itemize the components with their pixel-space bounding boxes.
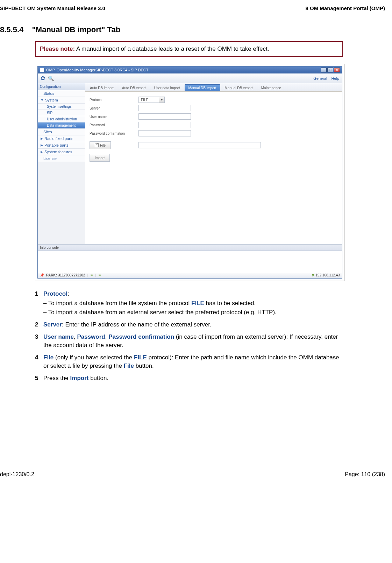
header-right: 8 OM Management Portal (OMP) [305, 5, 385, 11]
toolbar-help-link[interactable]: Help [331, 76, 339, 80]
window-controls: _ □ × [321, 68, 340, 72]
maximize-button[interactable]: □ [327, 68, 333, 72]
search-icon[interactable]: 🔍 [48, 76, 54, 81]
note-box: Please note: A manual import of a databa… [35, 41, 343, 57]
step-number: 5 [35, 374, 43, 383]
file-button[interactable]: File [90, 141, 111, 149]
step-4-end: button. [134, 363, 154, 369]
keyword-file-button: File [124, 363, 134, 369]
step-2: 2 Server: Enter the IP address or the na… [35, 321, 343, 329]
caret-right-icon: ▶ [41, 150, 43, 154]
sidebar-item-system-settings[interactable]: System settings [38, 104, 85, 110]
status-bar: 📌 PARK: 31170307272202 | ✶ | ✶ ⚑ 192.168… [38, 272, 342, 278]
toolbar: ✿ 🔍 General Help [38, 73, 342, 83]
sidebar-item-label: Portable parts [44, 143, 68, 147]
server-input[interactable] [138, 105, 191, 111]
keyword-file: FILE [191, 300, 204, 307]
note-body: A manual import of a database leads to a… [76, 45, 269, 52]
sidebar-item-label: System features [44, 150, 72, 154]
tab-auto-db-import[interactable]: Auto DB import [86, 84, 117, 91]
step-1: 1 Protocol: – To import a database from … [35, 290, 343, 317]
status-park: PARK: 31170307272202 [46, 273, 85, 277]
section-number: 8.5.5.4 [0, 25, 23, 34]
protocol-select[interactable]: FILE ▼ [138, 97, 165, 103]
import-button[interactable]: Import [90, 154, 110, 162]
form-area: Protocol FILE ▼ Server Use [85, 92, 342, 244]
main-panel: Auto DB import Auto DB export User data … [85, 83, 342, 244]
step-1-line-1b: has to be selected. [204, 300, 256, 307]
sidebar-item-system-features[interactable]: ▶ System features [38, 149, 85, 155]
keyword-password-confirmation: Password confirmation [108, 333, 174, 340]
section-title: "Manual DB import" Tab [32, 25, 120, 34]
step-3: 3 User name, Password, Password confirma… [35, 333, 343, 350]
sidebar-item-system[interactable]: ▼ System [38, 97, 85, 104]
page-header: SIP–DECT OM System Manual Release 3.0 8 … [0, 0, 392, 15]
keyword-import: Import [70, 375, 89, 381]
caret-right-icon: ▶ [41, 137, 43, 140]
app-icon [40, 68, 44, 72]
server-label: Server [90, 106, 138, 110]
tab-user-data-import[interactable]: User data import [150, 84, 184, 91]
tab-auto-db-export[interactable]: Auto DB export [118, 84, 150, 91]
step-5: 5 Press the Import button. [35, 374, 343, 383]
caret-down-icon: ▼ [41, 98, 44, 102]
password-confirmation-label: Password confirmation [90, 132, 138, 135]
gear-icon[interactable]: ✿ [41, 75, 45, 82]
network-icon: ⚑ [312, 273, 315, 277]
username-input[interactable] [138, 113, 191, 120]
sidebar-item-license[interactable]: License [38, 155, 85, 162]
password-input[interactable] [138, 122, 191, 128]
tab-manual-db-import[interactable]: Manual DB import [185, 84, 220, 91]
title-main: OpenMobility ManagerSIP-DECT 3.0RC4 - SI… [57, 68, 148, 72]
status-ip: 192.168.112.43 [315, 273, 340, 277]
step-4: 4 File (only if you have selected the FI… [35, 353, 343, 371]
caret-right-icon: ▶ [41, 143, 43, 147]
sidebar-item-status[interactable]: Status [38, 90, 85, 97]
sidebar-item-sip[interactable]: SIP [38, 110, 85, 116]
username-label: User name [90, 115, 138, 119]
chevron-down-icon[interactable]: ▼ [159, 97, 164, 103]
pin-icon: 📌 [40, 273, 44, 277]
step-number: 4 [35, 353, 43, 371]
window-titlebar: OMP OpenMobility ManagerSIP-DECT 3.0RC4 … [38, 66, 342, 73]
screenshot-figure: OMP OpenMobility ManagerSIP-DECT 3.0RC4 … [35, 64, 345, 281]
step-number: 1 [35, 290, 43, 317]
toolbar-general-link[interactable]: General [313, 76, 327, 80]
step-2-rest: : Enter the IP address or the name of th… [62, 321, 212, 328]
sidebar-header: Configuration [38, 83, 85, 90]
sidebar-item-sites[interactable]: Sites [38, 129, 85, 135]
sidebar-item-user-administration[interactable]: User administration [38, 116, 85, 122]
keyword-username: User name [43, 333, 74, 340]
sidebar-item-data-management[interactable]: Data management [38, 122, 85, 129]
info-console-body [38, 251, 342, 272]
page-footer: depl-1230/0.2 Page: 110 (238) [0, 467, 385, 482]
close-button[interactable]: × [334, 68, 340, 72]
keyword-file-field: File [43, 354, 54, 361]
titlebar-left: OMP OpenMobility ManagerSIP-DECT 3.0RC4 … [40, 68, 149, 72]
step-number: 2 [35, 321, 43, 329]
tab-maintenance[interactable]: Maintenance [257, 84, 285, 91]
step-1-line-2: – To import a database from an external … [43, 308, 343, 317]
password-confirmation-input[interactable] [138, 130, 191, 136]
steps-list: 1 Protocol: – To import a database from … [35, 290, 343, 383]
status-icon-1: ✶ [90, 273, 93, 277]
step-5-pre: Press the [43, 375, 70, 381]
sidebar-item-label: Radio fixed parts [44, 136, 73, 141]
footer-left: depl-1230/0.2 [0, 471, 34, 478]
file-icon [95, 143, 99, 147]
status-icon-2: ✶ [98, 273, 101, 277]
step-4-mid1: (only if you have selected the [54, 354, 134, 361]
file-path-input[interactable] [138, 142, 261, 148]
sidebar-item-portable-parts[interactable]: ▶ Portable parts [38, 142, 85, 149]
password-label: Password [90, 123, 138, 127]
tab-manual-db-export[interactable]: Manual DB export [221, 84, 257, 91]
minimize-button[interactable]: _ [321, 68, 327, 72]
keyword-server: Server [43, 321, 62, 328]
title-prefix: OMP [46, 68, 55, 72]
sidebar-item-radio-fixed-parts[interactable]: ▶ Radio fixed parts [38, 135, 85, 142]
info-console-header: Info console [38, 244, 342, 251]
keyword-file-protocol: FILE [134, 354, 147, 361]
file-button-label: File [100, 143, 106, 147]
sidebar-item-label: System [45, 98, 58, 102]
sidebar: Configuration Status ▼ System System set… [38, 83, 85, 244]
